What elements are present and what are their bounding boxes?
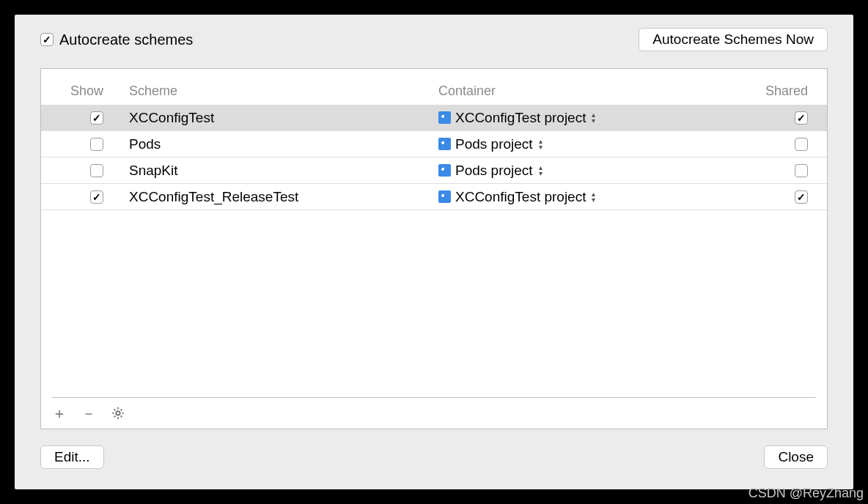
chevron-updown-icon	[592, 190, 600, 204]
container-label: XCConfigTest project	[455, 110, 586, 126]
container-select[interactable]: XCConfigTest project	[438, 189, 754, 205]
table-row[interactable]: SnapKitPods project	[41, 158, 827, 184]
header-scheme[interactable]: Scheme	[122, 84, 438, 99]
schemes-panel: Show Scheme Container Shared XCConfigTes…	[40, 68, 828, 429]
chevron-updown-icon	[592, 111, 600, 125]
chevron-updown-icon	[539, 138, 548, 151]
autocreate-schemes-now-button[interactable]: Autocreate Schemes Now	[639, 28, 828, 51]
edit-button[interactable]: Edit...	[40, 445, 104, 469]
project-icon	[438, 111, 451, 124]
show-checkbox[interactable]	[90, 111, 103, 125]
table-row[interactable]: XCConfigTest_ReleaseTestXCConfigTest pro…	[41, 184, 827, 210]
scheme-name: Pods	[122, 136, 438, 152]
project-icon	[438, 138, 451, 150]
autocreate-schemes-option[interactable]: Autocreate schemes	[40, 32, 193, 48]
autocreate-schemes-label: Autocreate schemes	[59, 32, 193, 48]
add-scheme-button[interactable]: ＋	[51, 405, 67, 421]
panel-toolbar: ＋ －	[41, 398, 827, 429]
show-checkbox[interactable]	[90, 190, 103, 204]
container-label: XCConfigTest project	[455, 189, 586, 205]
scheme-name: XCConfigTest_ReleaseTest	[122, 189, 438, 205]
shared-checkbox[interactable]	[795, 138, 808, 151]
manage-schemes-dialog: Autocreate schemes Autocreate Schemes No…	[15, 15, 853, 489]
column-headers: Show Scheme Container Shared	[41, 69, 827, 105]
show-checkbox[interactable]	[90, 138, 103, 151]
scheme-actions-button[interactable]	[110, 405, 126, 421]
project-icon	[438, 190, 451, 203]
topbar: Autocreate schemes Autocreate Schemes No…	[15, 15, 853, 62]
svg-point-0	[116, 411, 119, 415]
scheme-name: XCConfigTest	[122, 110, 438, 126]
header-show[interactable]: Show	[41, 84, 122, 99]
scheme-name: SnapKit	[122, 163, 438, 179]
container-label: Pods project	[455, 163, 533, 179]
shared-checkbox[interactable]	[795, 164, 808, 177]
remove-scheme-button[interactable]: －	[81, 405, 97, 421]
show-checkbox[interactable]	[90, 164, 103, 177]
container-label: Pods project	[455, 136, 533, 152]
project-icon	[438, 164, 451, 177]
container-select[interactable]: XCConfigTest project	[438, 110, 754, 126]
close-button[interactable]: Close	[764, 445, 828, 469]
table-row[interactable]: XCConfigTestXCConfigTest project	[41, 105, 827, 131]
autocreate-schemes-checkbox[interactable]	[40, 33, 54, 46]
shared-checkbox[interactable]	[795, 190, 808, 204]
header-shared[interactable]: Shared	[754, 84, 827, 99]
chevron-updown-icon	[539, 164, 548, 177]
table-row[interactable]: PodsPods project	[41, 131, 827, 158]
shared-checkbox[interactable]	[795, 111, 808, 125]
schemes-list: XCConfigTestXCConfigTest projectPodsPods…	[41, 105, 827, 251]
dialog-footer: Edit... Close	[40, 445, 828, 469]
header-container[interactable]: Container	[438, 84, 754, 99]
container-select[interactable]: Pods project	[438, 136, 754, 152]
container-select[interactable]: Pods project	[438, 163, 754, 179]
